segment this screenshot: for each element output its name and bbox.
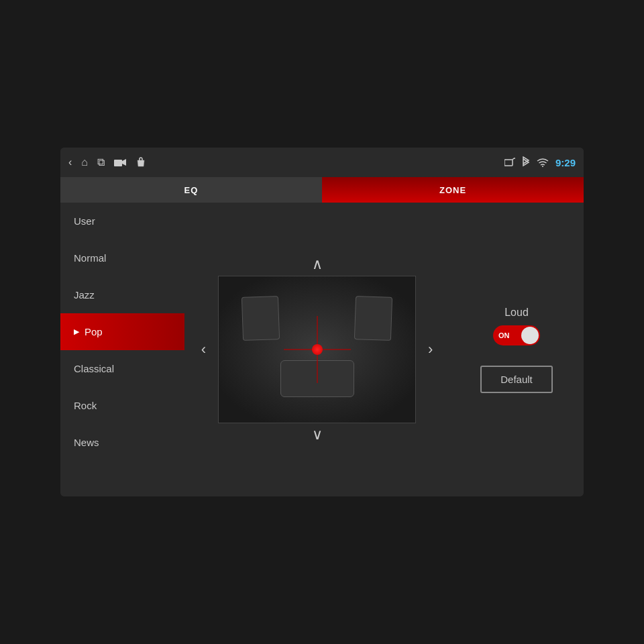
clock: 9:29: [555, 157, 576, 168]
loud-label: Loud: [504, 307, 529, 319]
svg-marker-1: [122, 159, 126, 166]
main-content: User Normal Jazz ▶ Pop Classical Rock Ne…: [60, 203, 584, 496]
car-zone-image[interactable]: [218, 276, 416, 423]
back-icon[interactable]: ‹: [68, 156, 72, 168]
svg-rect-0: [114, 160, 122, 166]
sidebar-item-news[interactable]: News: [60, 424, 184, 461]
camera-icon[interactable]: [114, 158, 126, 167]
windows-icon[interactable]: ⧉: [97, 156, 105, 168]
loud-toggle[interactable]: ON: [493, 325, 540, 345]
nav-icons: ‹ ⌂ ⧉: [68, 156, 146, 168]
tab-eq[interactable]: EQ: [60, 177, 322, 203]
center-panel: ∧ ‹ › ∨: [184, 203, 449, 496]
sidebar-item-jazz[interactable]: Jazz: [60, 276, 184, 313]
default-button[interactable]: Default: [480, 366, 553, 393]
right-panel: Loud ON Default: [449, 203, 584, 496]
bag-icon[interactable]: [136, 157, 146, 168]
wifi-icon[interactable]: [537, 158, 549, 167]
toggle-on-label: ON: [498, 331, 510, 339]
sidebar: User Normal Jazz ▶ Pop Classical Rock Ne…: [60, 203, 184, 496]
sidebar-item-pop[interactable]: ▶ Pop: [60, 313, 184, 350]
svg-rect-2: [504, 160, 513, 166]
play-icon: ▶: [74, 327, 79, 336]
sidebar-item-classical[interactable]: Classical: [60, 350, 184, 387]
bluetooth-icon[interactable]: [522, 156, 530, 168]
svg-point-3: [542, 166, 543, 167]
up-arrow-button[interactable]: ∧: [305, 253, 329, 276]
loud-section: Loud ON: [493, 307, 540, 345]
down-arrow-button[interactable]: ∨: [305, 423, 329, 446]
home-icon[interactable]: ⌂: [81, 156, 88, 168]
sidebar-item-normal[interactable]: Normal: [60, 239, 184, 276]
toggle-thumb: [521, 327, 539, 344]
left-arrow-button[interactable]: ‹: [195, 338, 213, 361]
zone-row: ‹ ›: [195, 276, 440, 423]
cast-icon[interactable]: [504, 158, 515, 167]
right-icons: 9:29: [504, 156, 576, 168]
right-arrow-button[interactable]: ›: [421, 338, 439, 361]
sidebar-item-user[interactable]: User: [60, 203, 184, 239]
tab-zone[interactable]: ZONE: [322, 177, 584, 203]
status-bar: ‹ ⌂ ⧉: [60, 148, 584, 177]
sidebar-item-rock[interactable]: Rock: [60, 387, 184, 424]
tabs: EQ ZONE: [60, 177, 584, 203]
